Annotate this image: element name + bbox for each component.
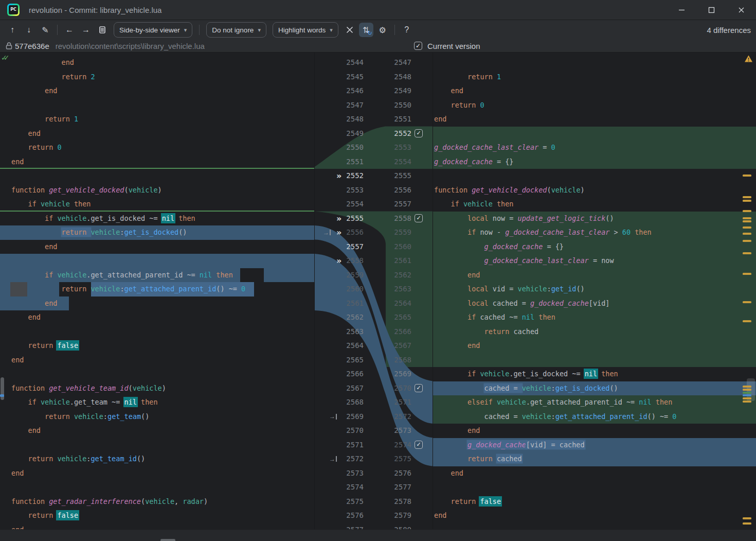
code-line-right[interactable]: if vehicle.get_is_docked ~= nil then xyxy=(433,367,756,381)
code-line-left[interactable]: end xyxy=(0,424,315,438)
code-line-right[interactable] xyxy=(433,353,756,368)
code-line-left[interactable]: if vehicle.get_team ~= nil then xyxy=(0,395,315,410)
code-line-left[interactable] xyxy=(0,480,315,495)
code-line-left[interactable]: return vehicle:get_team() xyxy=(0,410,315,424)
changed-files-icon-button[interactable] xyxy=(95,23,110,37)
apply-change-chevron-icon[interactable]: » xyxy=(336,225,341,240)
settings-gear-icon[interactable]: ⚙ xyxy=(375,23,390,37)
code-line-left[interactable]: return 0 xyxy=(0,141,315,155)
stripe-warning-mark[interactable] xyxy=(743,210,751,212)
code-line-right[interactable]: return 0 xyxy=(433,98,756,113)
code-line-left[interactable]: end xyxy=(0,353,315,368)
code-line-right[interactable]: elseif vehicle.get_attached_parent_id ~=… xyxy=(433,395,756,410)
code-line-left[interactable]: end xyxy=(0,296,315,311)
stripe-warning-mark[interactable] xyxy=(743,273,751,275)
code-line-right[interactable]: local now = update_get_logic_tick() xyxy=(433,212,756,226)
maximize-button[interactable] xyxy=(696,0,726,20)
left-editor-pane[interactable]: end return 2 end return 1 end return 0en… xyxy=(0,53,315,541)
goto-change-arrow-icon[interactable]: → xyxy=(329,410,337,424)
current-version-checkbox[interactable]: ✓ xyxy=(414,42,422,50)
code-line-left[interactable]: return false xyxy=(0,339,315,353)
code-line-left[interactable]: end xyxy=(0,466,315,481)
code-line-right[interactable]: end xyxy=(433,424,756,438)
code-line-left[interactable]: end xyxy=(0,127,315,141)
code-line-left[interactable]: end xyxy=(0,84,315,98)
horizontal-scrollbar-thumb[interactable] xyxy=(160,539,175,541)
stripe-warning-mark[interactable] xyxy=(743,252,751,254)
code-line-right[interactable]: cached = vehicle:get_is_docked() xyxy=(433,381,756,396)
code-line-right[interactable]: return 1 xyxy=(433,70,756,84)
code-line-left[interactable]: if vehicle.get_attached_parent_id ~= nil… xyxy=(0,268,315,283)
code-line-left[interactable]: end xyxy=(0,240,315,254)
include-chunk-checkbox[interactable]: ✓ xyxy=(415,214,423,222)
code-line-left[interactable] xyxy=(0,438,315,452)
stripe-warning-mark[interactable] xyxy=(743,240,751,242)
code-line-right[interactable]: end xyxy=(433,84,756,98)
code-line-left[interactable] xyxy=(0,169,315,183)
code-line-right[interactable]: g_docked_cache = {} xyxy=(433,155,756,169)
code-line-left[interactable]: function get_radar_interference(vehicle,… xyxy=(0,495,315,509)
stripe-warning-mark[interactable] xyxy=(743,522,751,525)
code-line-right[interactable] xyxy=(433,127,756,141)
ignore-policy-dropdown[interactable]: Do not ignore ▾ xyxy=(206,22,266,38)
edit-pencil-button[interactable]: ✎ xyxy=(38,23,52,37)
code-line-left[interactable]: return vehicle:get_team_id() xyxy=(0,452,315,466)
code-line-left[interactable] xyxy=(0,367,315,381)
code-line-right[interactable]: g_docked_cache[vid] = cached xyxy=(433,438,756,452)
code-line-right[interactable]: g_docked_cache = {} xyxy=(433,240,756,254)
goto-change-arrow-icon[interactable]: → xyxy=(329,452,337,466)
stripe-warning-mark[interactable] xyxy=(743,200,751,202)
viewer-mode-dropdown[interactable]: Side-by-side viewer ▾ xyxy=(114,22,192,38)
code-line-right[interactable]: local vid = vehicle:get_id() xyxy=(433,282,756,296)
right-editor-pane[interactable]: return 1 end return 0endg_docked_cache_l… xyxy=(433,53,756,541)
left-stripe-changed-mark[interactable] xyxy=(0,394,4,397)
stripe-warning-mark[interactable] xyxy=(743,196,751,198)
apply-change-chevron-icon[interactable]: » xyxy=(336,212,341,226)
code-line-right[interactable]: return false xyxy=(433,495,756,509)
code-line-left[interactable]: return 2 xyxy=(0,70,315,84)
goto-change-arrow-icon[interactable]: → xyxy=(323,225,331,240)
code-line-left[interactable]: if vehicle.get_is_docked ~= nil then xyxy=(0,212,315,226)
stripe-warning-mark[interactable] xyxy=(743,174,751,177)
stripe-warning-mark[interactable] xyxy=(743,226,751,229)
code-line-right[interactable]: function get_vehicle_docked(vehicle) xyxy=(433,183,756,198)
code-line-right[interactable]: return cached xyxy=(433,325,756,339)
apply-change-chevron-icon[interactable]: » xyxy=(336,169,341,183)
previous-difference-button[interactable]: ↑ xyxy=(5,23,20,37)
code-line-right[interactable]: end xyxy=(433,339,756,353)
code-line-right[interactable]: if vehicle then xyxy=(433,197,756,212)
code-line-right[interactable]: g_docked_cache_last_clear = now xyxy=(433,254,756,268)
stripe-warning-mark[interactable] xyxy=(743,217,751,219)
minimize-button[interactable] xyxy=(667,0,696,20)
synchronize-scrolling-button[interactable]: ⇅ ↻ xyxy=(359,23,373,37)
code-line-right[interactable]: g_docked_cache_last_clear = 0 xyxy=(433,141,756,155)
code-line-left[interactable] xyxy=(0,98,315,113)
code-line-left[interactable]: return 1 xyxy=(0,112,315,127)
code-line-left[interactable]: return vehicle:get_is_docked() xyxy=(0,225,315,240)
code-line-left[interactable] xyxy=(0,325,315,339)
help-button[interactable]: ? xyxy=(400,23,414,37)
code-line-right[interactable]: if now - g_docked_cache_last_clear > 60 … xyxy=(433,225,756,240)
include-chunk-checkbox[interactable]: ✓ xyxy=(415,129,423,137)
code-line-right[interactable]: return cached xyxy=(433,452,756,466)
code-line-left[interactable]: if vehicle then xyxy=(0,197,315,212)
code-line-left[interactable]: end xyxy=(0,56,315,70)
code-line-left[interactable] xyxy=(0,254,315,268)
next-difference-button[interactable]: ↓ xyxy=(22,23,36,37)
highlight-mode-dropdown[interactable]: Highlight words ▾ xyxy=(273,22,338,38)
stripe-warning-mark[interactable] xyxy=(743,400,751,403)
stripe-changed-mark[interactable] xyxy=(743,394,751,396)
stripe-warning-mark[interactable] xyxy=(743,301,751,303)
back-button[interactable]: ← xyxy=(62,23,77,37)
code-line-right[interactable] xyxy=(433,169,756,183)
code-line-left[interactable]: end xyxy=(0,310,315,325)
apply-change-chevron-icon[interactable]: » xyxy=(336,254,341,268)
code-line-right[interactable] xyxy=(433,480,756,495)
code-line-right[interactable]: local cached = g_docked_cache[vid] xyxy=(433,296,756,311)
code-line-left[interactable]: function get_vehicle_team_id(vehicle) xyxy=(0,381,315,396)
stripe-warning-mark[interactable] xyxy=(743,517,751,519)
code-line-right[interactable]: end xyxy=(433,509,756,523)
horizontal-scrollbar[interactable] xyxy=(0,529,756,541)
collapse-unchanged-button[interactable] xyxy=(343,23,357,37)
close-button[interactable] xyxy=(726,0,756,20)
